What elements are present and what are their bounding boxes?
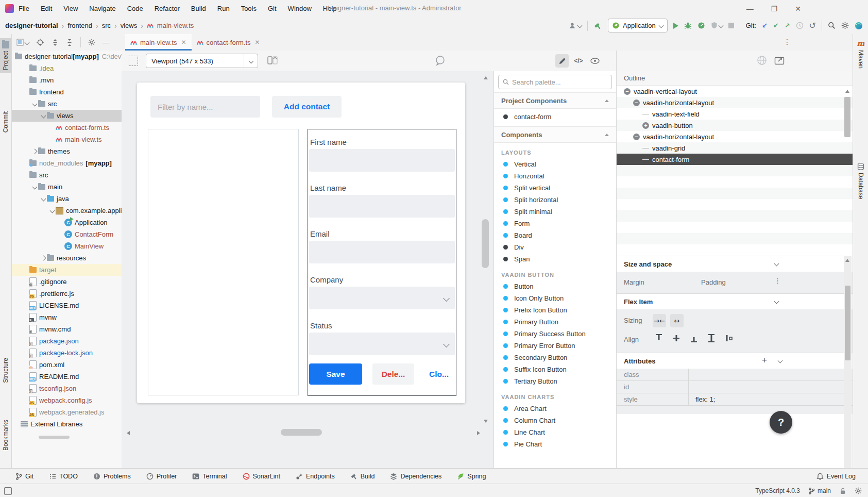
selection-mode-icon[interactable]	[128, 56, 138, 66]
field-input[interactable]	[309, 149, 455, 172]
tree-chevron-icon[interactable]	[31, 185, 38, 189]
toolwindow-todo[interactable]: TODO	[49, 473, 78, 480]
palette-item-primary-success-button[interactable]: Primary Success Button	[494, 328, 616, 340]
menu-file[interactable]: File	[19, 5, 29, 12]
tree-chevron-icon[interactable]	[49, 209, 56, 212]
flex-item-header[interactable]: Flex Item	[617, 293, 853, 309]
breadcrumb-item[interactable]: views	[121, 22, 138, 29]
git-update-icon[interactable]: ↙	[762, 22, 768, 29]
outline-node-vaadin-grid[interactable]: vaadin-grid	[617, 142, 853, 154]
add-contact-button[interactable]: Add contact	[272, 96, 342, 118]
profiler-button[interactable]	[697, 22, 705, 29]
outline-node-vaadin-horizontal-layout[interactable]: −vaadin-horizontal-layout	[617, 131, 853, 142]
tree-item-target[interactable]: target	[12, 264, 122, 276]
feedback-bubble-icon[interactable]	[435, 55, 446, 66]
tree-item-main[interactable]: main	[12, 181, 122, 193]
tree-item-pom.xml[interactable]: mpom.xml	[12, 359, 122, 371]
tree-chevron-icon[interactable]	[31, 150, 38, 153]
tab-options-icon[interactable]: ⋮	[784, 38, 791, 46]
tree-item-resources[interactable]: resources	[12, 252, 122, 264]
coverage-button[interactable]	[711, 22, 723, 29]
user-icon[interactable]	[569, 22, 582, 29]
viewport-select[interactable]: Viewport (547 x 533)	[146, 54, 258, 68]
build-hammer-icon[interactable]	[593, 22, 602, 30]
attributes-header[interactable]: Attributes +	[617, 353, 853, 369]
field-select[interactable]	[309, 333, 455, 355]
palette-item-pie-chart[interactable]: Pie Chart	[494, 438, 616, 450]
tree-item-main-view.ts[interactable]: main-view.ts	[12, 134, 122, 145]
sizing-expand-icon[interactable]: ↔	[670, 314, 684, 327]
palette-item-line-chart[interactable]: Line Chart	[494, 426, 616, 438]
palette-item-split-minimal[interactable]: Split minimal	[494, 206, 616, 218]
indexing-gear-icon[interactable]	[855, 487, 862, 494]
help-button[interactable]: ?	[770, 411, 792, 434]
preview-eye-icon[interactable]	[588, 54, 602, 68]
tree-item-README.md[interactable]: MDREADME.md	[12, 371, 122, 383]
size-and-space-header[interactable]: Size and space	[617, 256, 853, 272]
breadcrumb-file[interactable]: main-view.ts	[157, 22, 194, 29]
tree-item-ContactForm[interactable]: CContactForm	[12, 228, 122, 240]
sidebar-tab-structure[interactable]: Structure	[0, 358, 11, 383]
sidebar-tab-maven[interactable]: mMaven	[853, 39, 868, 69]
tree-item-src[interactable]: src	[12, 169, 122, 181]
align-end-icon[interactable]	[689, 333, 699, 343]
tree-item-tsconfig.json[interactable]: {}tsconfig.json	[12, 383, 122, 394]
tree-item-External Libraries[interactable]: External Libraries	[12, 418, 122, 430]
project-hscrollbar[interactable]	[39, 436, 70, 439]
menu-run[interactable]: Run	[217, 5, 230, 12]
palette-item-vertical[interactable]: Vertical	[494, 158, 616, 170]
properties-scrollbar[interactable]	[845, 286, 850, 360]
padding-label[interactable]: Padding	[701, 278, 726, 286]
project-root-row[interactable]: designer-tutorial [myapp]C:\dev\	[12, 51, 122, 62]
tree-item-java[interactable]: java	[12, 193, 122, 205]
tree-chevron-icon[interactable]	[40, 197, 47, 201]
save-button[interactable]: Save	[309, 363, 362, 385]
split-view-icon[interactable]	[267, 55, 278, 66]
expand-all-icon[interactable]	[52, 39, 59, 46]
collapse-all-icon[interactable]	[66, 39, 73, 46]
tab-main-view.ts[interactable]: main-view.ts✕	[125, 34, 192, 51]
toolwindow-sonarlint[interactable]: SonarLint	[243, 473, 281, 480]
menu-tools[interactable]: Tools	[241, 5, 257, 12]
outline-node-vaadin-button[interactable]: +vaadin-button	[617, 120, 853, 131]
menu-refactor[interactable]: Refactor	[155, 5, 180, 12]
dele-button[interactable]: Dele...	[372, 363, 414, 385]
collapse-badge-icon[interactable]: −	[633, 100, 640, 106]
tree-item-.gitignore[interactable]: ⦸.gitignore	[12, 276, 122, 288]
palette-item-prefix-icon-button[interactable]: Prefix Icon Button	[494, 304, 616, 316]
breadcrumb-item[interactable]: frontend	[67, 22, 92, 29]
scroll-left-icon[interactable]	[127, 431, 130, 435]
menu-view[interactable]: View	[63, 5, 78, 12]
tree-item-.mvn[interactable]: .mvn	[12, 74, 122, 86]
event-log-button[interactable]: Event Log	[816, 473, 856, 481]
rollback-icon[interactable]: ↺	[809, 21, 816, 30]
open-in-window-icon[interactable]	[774, 55, 785, 65]
margin-label[interactable]: Margin	[624, 278, 644, 286]
git-push-icon[interactable]: ↗	[785, 22, 790, 29]
close-button[interactable]: ✕	[795, 5, 801, 13]
sidebar-tab-project[interactable]: Project	[0, 38, 11, 73]
palette-item-form[interactable]: Form	[494, 218, 616, 229]
canvas-hscrollbar[interactable]	[281, 429, 322, 436]
project-components-header[interactable]: Project Components	[494, 92, 616, 109]
expand-badge-icon[interactable]: +	[642, 122, 649, 129]
code-mode-icon[interactable]: </>	[572, 54, 585, 68]
toolwindow-dependencies[interactable]: Dependencies	[390, 473, 441, 480]
scroll-down-icon[interactable]	[484, 420, 488, 423]
collapse-badge-icon[interactable]: −	[624, 88, 631, 95]
palette-item-primary-button[interactable]: Primary Button	[494, 316, 616, 328]
outline-node-vaadin-vertical-layout[interactable]: −vaadin-vertical-layout	[617, 86, 853, 97]
minimize-button[interactable]: —	[746, 5, 754, 13]
menu-navigate[interactable]: Navigate	[89, 5, 115, 12]
panel-settings-gear-icon[interactable]	[88, 39, 95, 46]
attribute-row-style[interactable]: styleflex: 1;	[617, 393, 853, 406]
tree-item-Application[interactable]: CApplication	[12, 217, 122, 228]
breadcrumb-item[interactable]: designer-tutorial	[5, 22, 58, 29]
align-center-icon[interactable]	[671, 333, 682, 343]
run-button[interactable]	[673, 23, 678, 29]
align-start-icon[interactable]	[654, 333, 664, 343]
tab-close-icon[interactable]: ✕	[181, 39, 186, 46]
tree-item-node_modules[interactable]: node_modules[myapp]	[12, 157, 122, 169]
tab-close-icon[interactable]: ✕	[255, 39, 260, 46]
tree-chevron-icon[interactable]	[31, 102, 38, 106]
